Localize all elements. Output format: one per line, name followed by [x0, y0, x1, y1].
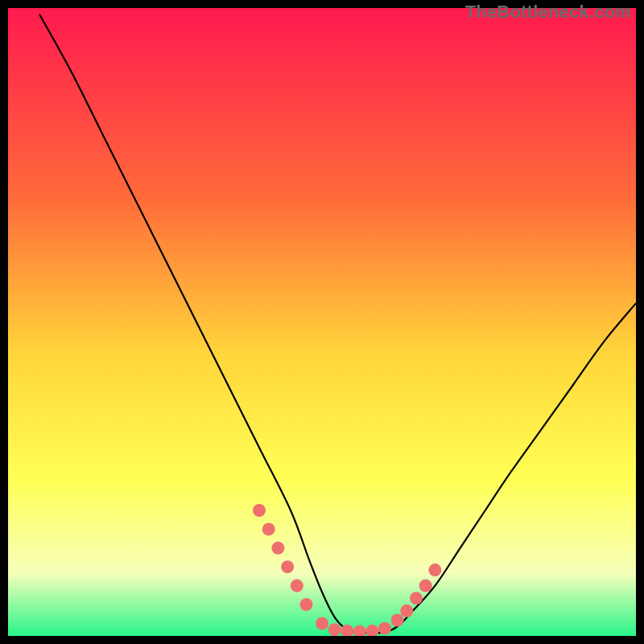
plot-area: TheBottleneck.com [8, 8, 636, 636]
highlight-dot [328, 623, 341, 636]
highlight-dot [316, 617, 328, 630]
highlight-dot [271, 542, 284, 555]
highlight-dot [300, 598, 313, 611]
highlight-dot [428, 564, 441, 576]
highlight-dot [262, 522, 275, 535]
highlight-dot [400, 605, 413, 617]
gradient-background [8, 8, 636, 636]
chart-frame: TheBottleneck.com [0, 0, 644, 644]
highlight-dot [419, 580, 432, 592]
highlight-dot [378, 622, 391, 635]
highlight-dot [410, 592, 423, 605]
watermark-text: TheBottleneck.com [465, 2, 631, 23]
highlight-dot [391, 614, 404, 627]
chart-svg [8, 8, 636, 636]
highlight-dot [291, 580, 303, 592]
highlight-dot [281, 560, 294, 573]
highlight-dot [253, 504, 266, 517]
